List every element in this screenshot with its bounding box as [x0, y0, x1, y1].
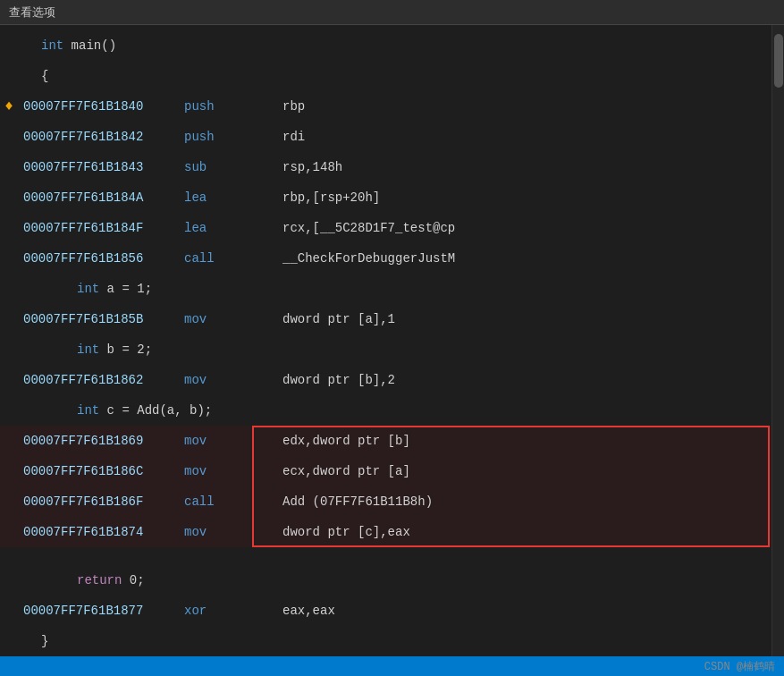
code-area: int main(){♦00007FF7F61B1840pushrbp00007… — [0, 25, 784, 656]
asm-addr: 00007FF7F61B184A — [23, 190, 184, 205]
keyword: return — [77, 573, 122, 587]
bottom-bar: CSDN @楠鹤晴 — [0, 656, 784, 676]
asm-mnemonic: sub — [184, 160, 282, 174]
asm-operands: ecx,dword ptr [a] — [282, 464, 410, 478]
code-rest: main() — [63, 38, 116, 53]
code-line: return 0; — [0, 565, 784, 596]
source-code-line: int main() — [23, 38, 116, 53]
code-line: 00007FF7F61B1862movdword ptr [b],2 — [0, 365, 784, 395]
code-line: { — [0, 61, 784, 91]
line-content: 00007FF7F61B1869movedx,dword ptr [b] — [18, 434, 784, 448]
line-content: 00007FF7F61B1856call__CheckForDebuggerJu… — [18, 251, 784, 266]
asm-mnemonic: xor — [184, 604, 282, 618]
asm-operands: Add (07FF7F61B11B8h) — [282, 494, 433, 509]
asm-operands: rbp — [282, 99, 305, 114]
asm-addr: 00007FF7F61B1869 — [23, 434, 184, 448]
asm-operands: __CheckForDebuggerJustM — [282, 251, 455, 266]
source-code-line: int c = Add(a, b); — [23, 403, 212, 418]
code-rest: 0; — [122, 573, 144, 587]
keyword: int — [77, 342, 99, 357]
keyword: int — [77, 403, 99, 418]
top-bar-label: 查看选项 — [9, 4, 55, 21]
code-line: 00007FF7F61B1874movdword ptr [c],eax — [0, 517, 784, 547]
line-content: 00007FF7F61B1877xoreax,eax — [18, 604, 784, 618]
line-content: { — [18, 69, 784, 83]
code-line: 00007FF7F61B184Alearbp,[rsp+20h] — [0, 182, 784, 213]
asm-operands: rbp,[rsp+20h] — [282, 190, 380, 205]
line-content: 00007FF7F61B1842pushrdi — [18, 130, 784, 144]
asm-addr: 00007FF7F61B1840 — [23, 99, 184, 114]
asm-operands: rcx,[__5C28D1F7_test@cp — [282, 221, 455, 235]
line-content: } — [18, 634, 784, 648]
asm-addr: 00007FF7F61B1862 — [23, 373, 184, 387]
scrollbar[interactable] — [771, 25, 784, 656]
line-content: int a = 1; — [18, 282, 784, 296]
asm-addr: 00007FF7F61B1874 — [23, 525, 184, 539]
asm-mnemonic: mov — [184, 525, 282, 539]
source-code-line: return 0; — [23, 573, 145, 587]
line-content: return 0; — [18, 573, 784, 587]
asm-mnemonic: mov — [184, 434, 282, 448]
code-line — [0, 547, 784, 565]
code-line: 00007FF7F61B1877xoreax,eax — [0, 596, 784, 626]
asm-addr: 00007FF7F61B1856 — [23, 251, 184, 266]
code-line: 00007FF7F61B185Bmovdword ptr [a],1 — [0, 304, 784, 334]
code-line: } — [0, 626, 784, 656]
asm-mnemonic: mov — [184, 464, 282, 478]
asm-operands: dword ptr [a],1 — [282, 312, 395, 326]
asm-operands: dword ptr [b],2 — [282, 373, 395, 387]
asm-addr: 00007FF7F61B1842 — [23, 130, 184, 144]
asm-mnemonic: mov — [184, 312, 282, 326]
asm-addr: 00007FF7F61B1877 — [23, 604, 184, 618]
code-line: 00007FF7F61B1869movedx,dword ptr [b] — [0, 426, 784, 456]
arrow-indicator: ♦ — [0, 98, 18, 114]
asm-mnemonic: call — [184, 494, 282, 509]
asm-operands: rdi — [282, 130, 305, 144]
source-code-line: int a = 1; — [23, 282, 152, 296]
code-line: 00007FF7F61B186Cmovecx,dword ptr [a] — [0, 456, 784, 486]
asm-addr: 00007FF7F61B184F — [23, 221, 184, 235]
line-content: 00007FF7F61B186Cmovecx,dword ptr [a] — [18, 464, 784, 478]
line-content: 00007FF7F61B1843subrsp,148h — [18, 160, 784, 174]
asm-mnemonic: mov — [184, 373, 282, 387]
line-content: 00007FF7F61B1874movdword ptr [c],eax — [18, 525, 784, 539]
code-line: ♦00007FF7F61B1840pushrbp — [0, 91, 784, 122]
code-line: 00007FF7F61B1856call__CheckForDebuggerJu… — [0, 243, 784, 274]
line-content: 00007FF7F61B1840pushrbp — [18, 99, 784, 114]
asm-addr: 00007FF7F61B186F — [23, 494, 184, 509]
code-line: 00007FF7F61B1843subrsp,148h — [0, 152, 784, 182]
code-line: 00007FF7F61B1842pushrdi — [0, 122, 784, 152]
source-code-line: int b = 2; — [23, 342, 152, 357]
brace: } — [23, 634, 48, 648]
asm-mnemonic: lea — [184, 221, 282, 235]
asm-mnemonic: push — [184, 99, 282, 114]
keyword: int — [41, 38, 63, 53]
asm-addr: 00007FF7F61B1843 — [23, 160, 184, 174]
asm-mnemonic: lea — [184, 190, 282, 205]
code-line: int c = Add(a, b); — [0, 395, 784, 426]
line-content: int c = Add(a, b); — [18, 403, 784, 418]
code-line: int main() — [0, 30, 784, 61]
code-rest: b = 2; — [99, 342, 152, 357]
top-bar: 查看选项 — [0, 0, 784, 25]
line-content: int main() — [18, 38, 784, 53]
code-line: 00007FF7F61B186FcallAdd (07FF7F61B11B8h) — [0, 486, 784, 517]
asm-addr: 00007FF7F61B186C — [23, 464, 184, 478]
line-content: 00007FF7F61B1862movdword ptr [b],2 — [18, 373, 784, 387]
line-content: 00007FF7F61B184Alearbp,[rsp+20h] — [18, 190, 784, 205]
asm-mnemonic: push — [184, 130, 282, 144]
line-content: 00007FF7F61B186FcallAdd (07FF7F61B11B8h) — [18, 494, 784, 509]
scrollbar-thumb[interactable] — [774, 34, 783, 88]
line-content: int b = 2; — [18, 342, 784, 357]
keyword: int — [77, 282, 99, 296]
asm-operands: rsp,148h — [282, 160, 342, 174]
asm-operands: eax,eax — [282, 604, 335, 618]
line-content: 00007FF7F61B184Flearcx,[__5C28D1F7_test@… — [18, 221, 784, 235]
asm-operands: edx,dword ptr [b] — [282, 434, 410, 448]
watermark: CSDN @楠鹤晴 — [704, 659, 775, 674]
code-rest: c = Add(a, b); — [99, 403, 212, 418]
asm-mnemonic: call — [184, 251, 282, 266]
asm-addr: 00007FF7F61B185B — [23, 312, 184, 326]
line-content: 00007FF7F61B185Bmovdword ptr [a],1 — [18, 312, 784, 326]
code-line: int a = 1; — [0, 274, 784, 304]
